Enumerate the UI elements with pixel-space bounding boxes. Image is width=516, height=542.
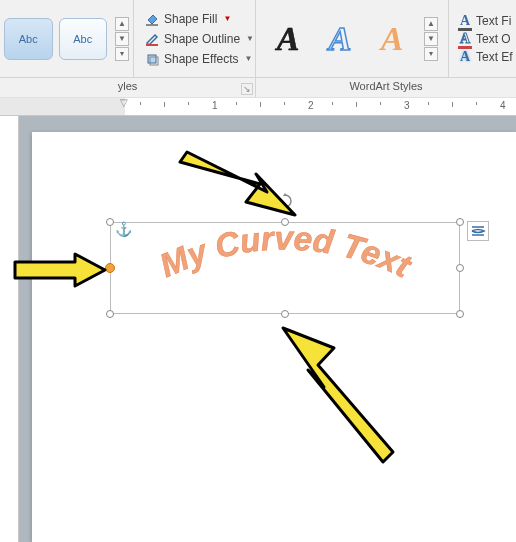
document-page[interactable]: ⚓ My Curved Text (32, 132, 516, 542)
dialog-launcher-icon[interactable]: ↘ (241, 83, 253, 95)
text-fill-label: Text Fi (476, 14, 511, 28)
shape-effects-label: Shape Effects (164, 52, 239, 66)
svg-text:My Curved Text: My Curved Text (154, 219, 418, 285)
shape-fill-label: Shape Fill (164, 12, 217, 26)
text-outline-icon: A (457, 31, 473, 47)
shape-style-preset-1[interactable]: Abc (4, 18, 53, 60)
text-effects-label: Text Ef (476, 50, 513, 64)
gallery-more-icon[interactable]: ▾ (115, 47, 129, 61)
indent-marker-icon[interactable]: ▽ (120, 97, 128, 108)
shape-style-sample: Abc (19, 33, 38, 45)
wordart-text-box[interactable]: ⚓ My Curved Text (110, 222, 460, 314)
ruler-tick-label: 1 (212, 100, 218, 111)
text-fill-icon: A (457, 13, 473, 29)
document-area: ⚓ My Curved Text (0, 116, 516, 542)
rotate-handle[interactable] (277, 193, 293, 209)
shape-style-preset-2[interactable]: Abc (59, 18, 108, 60)
text-effects-button[interactable]: A Text Ef (457, 49, 513, 65)
horizontal-ruler[interactable]: ▽ 1 2 3 4 (0, 97, 516, 116)
shape-fill-button[interactable]: Shape Fill ▼ (142, 10, 247, 28)
text-fill-button[interactable]: A Text Fi (457, 13, 513, 29)
text-effects-icon: A (457, 49, 473, 65)
chevron-down-icon: ▼ (223, 14, 231, 23)
ruler-tick-label: 3 (404, 100, 410, 111)
wordart-style-orange[interactable]: A (370, 17, 414, 61)
wordart-style-blue-outline[interactable]: A (318, 17, 362, 61)
wordart-gallery-section: A A A ▲ ▼ ▾ (256, 0, 449, 77)
shape-gallery-nav: ▲ ▼ ▾ (115, 17, 129, 61)
selection-handle-bl[interactable] (106, 310, 114, 318)
gallery-scroll-down-icon[interactable]: ▼ (424, 32, 438, 46)
shape-styles-group-title: yles ↘ (0, 78, 256, 97)
ruler-tick-label: 4 (500, 100, 506, 111)
selection-handle-bm[interactable] (281, 310, 289, 318)
shape-outline-label: Shape Outline (164, 32, 240, 46)
selection-handle-tl[interactable] (106, 218, 114, 226)
text-outline-button[interactable]: A Text O (457, 31, 513, 47)
text-outline-label: Text O (476, 32, 511, 46)
shape-outline-button[interactable]: Shape Outline ▼ (142, 30, 247, 48)
effects-icon (144, 51, 160, 67)
annotation-arrow-bottom (268, 320, 398, 470)
wordart-gallery-nav: ▲ ▼ ▾ (424, 17, 438, 61)
svg-rect-0 (146, 24, 158, 26)
shape-format-section: Shape Fill ▼ Shape Outline ▼ Shape Effec… (134, 0, 256, 77)
pencil-outline-icon (144, 31, 160, 47)
chevron-down-icon: ▼ (246, 34, 254, 43)
gallery-scroll-up-icon[interactable]: ▲ (424, 17, 438, 31)
shape-style-sample: Abc (73, 33, 92, 45)
wordart-curved-text: My Curved Text (111, 223, 459, 313)
svg-rect-2 (148, 55, 156, 63)
vertical-ruler[interactable] (0, 116, 19, 542)
selection-handle-mr[interactable] (456, 264, 464, 272)
annotation-arrow-top (172, 144, 302, 224)
shape-effects-button[interactable]: Shape Effects ▼ (142, 50, 247, 68)
shape-styles-gallery-section: Abc Abc ▲ ▼ ▾ (0, 0, 134, 77)
chevron-down-icon: ▼ (245, 54, 253, 63)
annotation-arrow-left (10, 250, 110, 290)
selection-handle-tr[interactable] (456, 218, 464, 226)
layout-options-button[interactable] (467, 221, 489, 241)
selection-handle-br[interactable] (456, 310, 464, 318)
gallery-more-icon[interactable]: ▾ (424, 47, 438, 61)
selection-handle-tm[interactable] (281, 218, 289, 226)
gallery-scroll-up-icon[interactable]: ▲ (115, 17, 129, 31)
text-format-section: A Text Fi A Text O A Text Ef (449, 0, 516, 77)
gallery-scroll-down-icon[interactable]: ▼ (115, 32, 129, 46)
paint-bucket-icon (144, 11, 160, 27)
wordart-styles-group-title: WordArt Styles (256, 78, 516, 97)
svg-rect-1 (146, 44, 158, 46)
adjustment-handle[interactable] (105, 263, 115, 273)
ruler-tick-label: 2 (308, 100, 314, 111)
wordart-style-black[interactable]: A (266, 17, 310, 61)
